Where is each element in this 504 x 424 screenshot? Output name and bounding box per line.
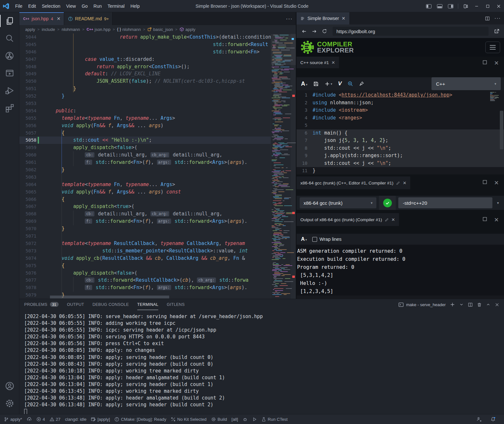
close-pane-icon[interactable]: ✕ [494, 179, 499, 186]
activity-source-control-icon[interactable] [0, 47, 19, 64]
tab-readme.md[interactable]: README.md9+ [64, 12, 112, 25]
font-size-icon[interactable]: A▾ [301, 236, 307, 242]
status-build[interactable]: Build [211, 417, 227, 422]
close-pane-icon[interactable]: ✕ [494, 60, 499, 67]
maximize-panel-icon[interactable] [486, 302, 490, 307]
tab-json.hpp[interactable]: C++json.hpp4✕ [19, 12, 64, 25]
status-clangd-idle[interactable]: clangd: idle [65, 417, 87, 422]
panel-tab-problems[interactable]: PROBLEMS31 [24, 299, 59, 310]
terminal-instance[interactable]: make - serve_header [398, 302, 446, 307]
close-icon[interactable]: ✕ [403, 180, 406, 185]
tab-cpp-source[interactable]: C++ source #1 ✕ [296, 57, 339, 68]
more-actions-icon[interactable]: ··· [494, 15, 501, 22]
status-remote-person-icon[interactable] [476, 417, 481, 422]
minimize-icon[interactable] [471, 0, 482, 12]
breadcrumb-item-apply[interactable]: apply [25, 27, 35, 32]
close-icon[interactable]: ✕ [342, 16, 345, 21]
maximize-pane-icon[interactable] [482, 216, 488, 223]
compiler-explorer-logo[interactable]: COMPILER EXPLORER [300, 40, 354, 54]
status-cloud-upload-icon[interactable] [27, 417, 32, 422]
maximize-icon[interactable] [482, 0, 493, 12]
tab-compiler[interactable]: x86-64 gcc (trunk) (C++, Editor #1, Comp… [296, 176, 410, 189]
menu-selection[interactable]: Selection [39, 0, 63, 12]
split-terminal-icon[interactable] [468, 302, 473, 307]
hamburger-menu-icon[interactable] [485, 42, 500, 53]
status-4[interactable]: 4 [36, 417, 45, 422]
panel-tab-output[interactable]: OUTPUT [67, 299, 84, 310]
menu-go[interactable]: Go [79, 0, 91, 12]
breadcrumb-item-apply[interactable]: apply [179, 27, 195, 32]
terminal-output[interactable]: [2022-04-30 06:05:55] INFO: serve_header… [19, 310, 504, 414]
activity-run-debug-icon[interactable] [0, 82, 19, 99]
tab-simple-browser[interactable]: Simple Browser ✕ [296, 12, 349, 24]
panel-tab-debug-console[interactable]: DEBUG CONSOLE [92, 299, 129, 310]
status-bug-icon[interactable] [243, 417, 247, 422]
menu-terminal[interactable]: Terminal [105, 0, 128, 12]
zoom-search-icon[interactable] [347, 81, 353, 87]
edit-icon[interactable] [396, 181, 400, 185]
status-run-ctest[interactable]: Run CTest [261, 417, 288, 422]
url-input[interactable]: https://godbolt.org [333, 27, 489, 36]
minimap[interactable] [271, 33, 296, 299]
panel-tab-gitlens[interactable]: GITLENS [167, 299, 185, 310]
layout-sidebar-right-icon[interactable] [445, 0, 456, 12]
activity-settings-gear-icon[interactable] [0, 395, 19, 412]
back-icon[interactable] [300, 27, 308, 35]
reload-icon[interactable] [320, 27, 329, 35]
close-pane-icon[interactable]: ✕ [494, 216, 499, 223]
activity-account-icon[interactable] [0, 377, 19, 395]
godbolt-scrollbar[interactable] [500, 111, 503, 149]
close-icon[interactable]: ✕ [57, 16, 61, 21]
breadcrumb-item-include[interactable]: include [42, 27, 55, 32]
language-select[interactable]: C++ ▾ [431, 77, 501, 90]
menu-view[interactable]: View [63, 0, 79, 12]
new-terminal-icon[interactable] [450, 302, 455, 307]
maximize-pane-icon[interactable] [482, 179, 488, 186]
activity-search-icon[interactable] [0, 30, 19, 47]
breadcrumb-item-nlohmann[interactable]: { }nlohmann [117, 27, 141, 32]
status-play-icon[interactable] [252, 417, 257, 422]
split-editor-icon[interactable] [485, 16, 490, 21]
compiler-select[interactable]: x86-64 gcc (trunk) ▾ [300, 197, 376, 208]
menu-edit[interactable]: Edit [25, 0, 39, 12]
open-external-icon[interactable] [492, 27, 501, 35]
activity-test-explorer-icon[interactable] [0, 64, 19, 82]
breadcrumb-item-basic_json[interactable]: basic_json [147, 27, 173, 32]
forward-icon[interactable] [310, 27, 318, 35]
activity-extensions-icon[interactable] [0, 99, 19, 117]
status--apply-[interactable]: [apply] [91, 417, 110, 422]
status-27[interactable]: 27 [50, 417, 61, 422]
breadcrumb-item-json.hpp[interactable]: C++json.hpp [87, 27, 111, 32]
font-size-icon[interactable]: A▾ [301, 80, 307, 87]
status--all-[interactable]: [all] [231, 417, 238, 422]
activity-files-icon[interactable] [0, 12, 19, 30]
status-bell-icon[interactable] [490, 417, 496, 422]
compiler-options-input[interactable]: -std=c++20 [398, 197, 492, 208]
edit-icon[interactable] [385, 218, 389, 222]
close-icon[interactable]: ✕ [332, 60, 335, 65]
kill-terminal-icon[interactable] [477, 302, 482, 307]
menu-file[interactable]: File [12, 0, 25, 12]
add-pane-icon[interactable]: ▾ [325, 81, 332, 87]
pin-icon[interactable] [359, 81, 364, 86]
layout-sidebar-left-icon[interactable] [423, 0, 434, 12]
close-panel-icon[interactable] [495, 302, 499, 307]
vim-mode-icon[interactable]: V [338, 80, 342, 87]
menu-run[interactable]: Run [91, 0, 105, 12]
close-icon[interactable]: ✕ [392, 217, 395, 222]
status-no-kit-selected[interactable]: No Kit Selected [171, 417, 207, 422]
godbolt-editor[interactable]: 1#include <https://localhost:8443/apply/… [296, 90, 504, 174]
save-icon[interactable] [313, 81, 319, 87]
menu-help[interactable]: Help [128, 0, 143, 12]
panel-tab-terminal[interactable]: TERMINAL [137, 299, 159, 310]
wrap-lines-checkbox[interactable] [312, 237, 317, 242]
close-window-icon[interactable] [493, 0, 504, 12]
horizontal-scrollbar[interactable] [50, 296, 169, 298]
customize-layout-icon[interactable] [460, 0, 471, 12]
editor-more-actions[interactable]: ··· [286, 12, 293, 25]
terminal-dropdown-icon[interactable] [459, 302, 464, 307]
options-dropdown-icon[interactable]: ▾ [495, 201, 501, 205]
status-cmake-debug-ready[interactable]: CMake: [Debug]: Ready [114, 417, 166, 422]
maximize-pane-icon[interactable] [482, 60, 488, 67]
layout-panel-icon[interactable] [434, 0, 445, 12]
